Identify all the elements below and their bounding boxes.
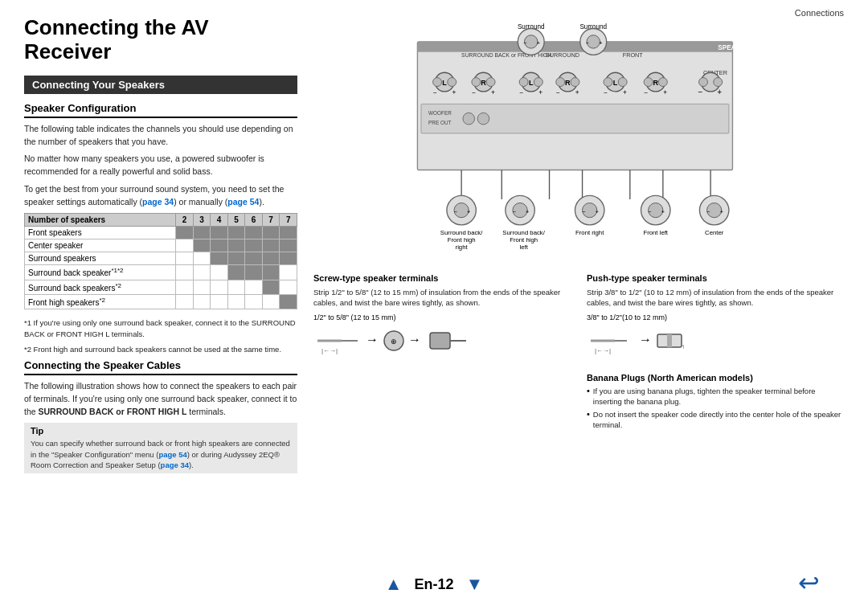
svg-text:−: − [582,208,585,215]
svg-text:−: − [644,89,648,96]
svg-text:Front left: Front left [643,229,668,236]
svg-point-32 [571,78,579,87]
svg-point-56 [477,113,489,125]
svg-point-31 [556,78,565,87]
table-row: Surround back speakers*2 [25,280,297,294]
row-label-surround-back-2: Surround back speakers*2 [25,280,176,294]
svg-text:|←→|: |←→| [321,347,338,354]
svg-text:+: + [452,89,457,96]
table-row: Front speakers [25,227,297,239]
footnote-1: *1 If you're using only one surround bac… [24,317,297,339]
svg-text:→: → [639,333,652,346]
cables-para: The following illustration shows how to … [24,380,297,418]
table-header-4: 4 [211,214,228,227]
svg-point-20 [486,78,495,87]
svg-text:+: + [538,89,542,96]
table-header-7b: 7 [280,214,297,227]
screw-terminal-col: Screw-type speaker terminals Strip 1/2" … [313,273,571,433]
section-header: Connecting Your Speakers [24,76,297,94]
svg-point-48 [699,78,708,87]
speaker-config-para1: The following table indicates the channe… [24,123,297,149]
table-header-3: 3 [193,214,211,227]
row-label-surround-back-1: Surround back speaker*1*2 [25,265,176,280]
table-header-6: 6 [245,214,263,227]
svg-text:L: L [613,79,618,87]
push-wire-diagram: |←→| → ↑ [587,325,747,365]
row-label-front-high: Front high speakers*2 [25,294,176,309]
svg-point-14 [448,78,457,87]
svg-text:−: − [556,89,560,96]
footnote-2: *2 Front high and surround back speakers… [24,344,297,354]
svg-text:SPEAKERS: SPEAKERS [718,44,755,51]
tip-label: Tip [31,426,291,436]
svg-point-38 [618,78,627,87]
svg-text:+: + [537,39,540,47]
svg-text:−: − [433,89,437,96]
svg-text:+: + [599,39,602,47]
banana-bullet-2: • Do not insert the speaker code directl… [587,409,844,431]
tip-box: Tip You can specify whether surround bac… [24,423,297,473]
speaker-diagram-area: Surround right Surround left SPEAKERS SU… [313,16,844,265]
banana-bullet-1: • If you are using banana plugs, tighten… [587,386,844,407]
svg-point-19 [472,78,481,87]
svg-text:FRONT: FRONT [623,51,644,59]
svg-text:|←→|: |←→| [595,347,611,354]
svg-point-44 [658,78,667,87]
svg-text:−: − [586,39,589,47]
push-terminal-col: Push-type speaker terminals Strip 3/8" t… [587,273,844,433]
next-arrow-icon[interactable]: ▼ [466,574,484,595]
svg-text:−: − [454,208,457,215]
svg-point-55 [463,113,475,125]
svg-text:+: + [491,89,495,96]
speaker-config-table: Number of speakers 2 3 4 5 6 7 7 Front s… [24,213,297,309]
svg-text:−: − [519,89,523,96]
screw-terminal-title: Screw-type speaker terminals [313,273,571,283]
svg-point-49 [714,78,723,87]
svg-text:R: R [481,79,486,87]
svg-text:−: − [513,208,516,215]
svg-text:L: L [529,79,534,87]
svg-text:−: − [648,208,651,215]
page-number: En-12 [414,576,453,593]
svg-text:−: − [706,208,710,215]
svg-text:→: → [408,333,421,346]
table-row: Center speaker [25,239,297,252]
screw-measure-label: 1/2" to 5/8" (12 to 15 mm) [313,313,571,321]
svg-text:+: + [526,208,529,215]
svg-text:+: + [661,208,665,215]
svg-text:+: + [575,89,579,96]
row-label-surround: Surround speakers [25,252,176,265]
banana-title: Banana Plugs (North American models) [587,373,844,383]
svg-rect-115 [667,334,672,347]
prev-arrow-icon[interactable]: ▲ [385,574,403,595]
svg-text:+: + [623,89,627,96]
speaker-diagram-svg: Surround right Surround left SPEAKERS SU… [313,16,844,265]
svg-text:Surround back/: Surround back/ [502,229,545,236]
svg-text:Surround back/: Surround back/ [440,229,483,236]
svg-text:+: + [717,88,722,96]
table-header-7a: 7 [262,214,280,227]
cables-title: Connecting the Speaker Cables [24,359,297,375]
svg-text:Front high: Front high [448,236,476,244]
svg-text:+: + [663,89,667,96]
svg-text:−: − [604,89,608,96]
speaker-config-para3: To get the best from your surround sound… [24,183,297,209]
table-header-speakers: Number of speakers [25,214,176,227]
svg-text:left: left [519,244,528,251]
svg-text:right: right [456,244,469,251]
back-icon[interactable]: ↩ [798,567,820,598]
svg-text:+: + [596,208,599,215]
svg-text:⊕: ⊕ [391,338,397,346]
push-terminal-text: Strip 3/8" to 1/2" (10 to 12 mm) of insu… [587,287,844,309]
table-row: Surround back speaker*1*2 [25,265,297,280]
table-row: Front high speakers*2 [25,294,297,309]
speaker-config-title: Speaker Configuration [24,102,297,118]
svg-text:WOOFER: WOOFER [428,110,452,116]
table-row: Surround speakers [25,252,297,265]
svg-text:SURROUND: SURROUND [546,51,579,59]
push-measure-label: 3/8" to 1/2"(10 to 12 mm) [587,313,844,321]
screw-wire-diagram: |←→| → ⊕ → [313,325,474,365]
svg-text:+: + [467,208,470,215]
svg-text:PRE OUT: PRE OUT [428,120,451,125]
svg-text:Front high: Front high [510,236,538,244]
